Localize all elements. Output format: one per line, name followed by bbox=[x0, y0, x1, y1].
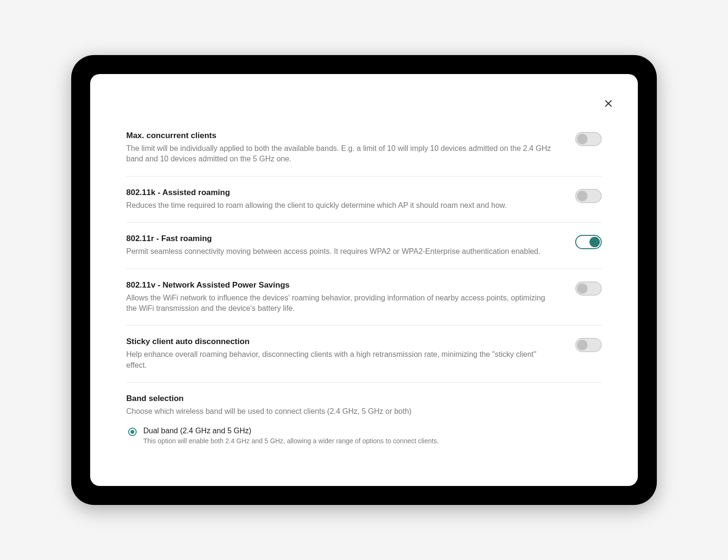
toggle-sticky-client[interactable] bbox=[575, 338, 602, 352]
setting-description: Permit seamless connectivity moving betw… bbox=[126, 246, 556, 257]
toggle-knob bbox=[577, 283, 588, 294]
setting-max-concurrent-clients: Max. concurrent clients The limit will b… bbox=[126, 103, 602, 177]
setting-text: Max. concurrent clients The limit will b… bbox=[126, 131, 575, 165]
setting-text: Sticky client auto disconnection Help en… bbox=[126, 337, 575, 371]
setting-description: Allows the WiFi network to influence the… bbox=[126, 293, 556, 314]
setting-text: 802.11r - Fast roaming Permit seamless c… bbox=[126, 234, 575, 257]
setting-title: Max. concurrent clients bbox=[126, 131, 556, 140]
toggle-80211v[interactable] bbox=[575, 281, 602, 296]
toggle-knob bbox=[577, 191, 588, 201]
toggle-knob bbox=[577, 340, 588, 350]
radio-label: Dual band (2.4 GHz and 5 GHz) bbox=[143, 427, 602, 435]
radio-description: This option will enable both 2.4 GHz and… bbox=[143, 437, 602, 445]
band-selection-title: Band selection bbox=[126, 394, 602, 403]
toggle-80211k[interactable] bbox=[575, 189, 602, 203]
setting-description: Help enhance overall roaming behavior, d… bbox=[126, 349, 556, 371]
setting-sticky-client: Sticky client auto disconnection Help en… bbox=[126, 326, 602, 383]
toggle-knob bbox=[589, 237, 600, 247]
setting-text: 802.11v - Network Assisted Power Savings… bbox=[126, 280, 575, 314]
tablet-screen: Max. concurrent clients The limit will b… bbox=[90, 74, 638, 486]
radio-dot bbox=[131, 430, 134, 434]
radio-text: Dual band (2.4 GHz and 5 GHz) This optio… bbox=[143, 427, 602, 445]
setting-80211r: 802.11r - Fast roaming Permit seamless c… bbox=[126, 223, 602, 269]
setting-80211v: 802.11v - Network Assisted Power Savings… bbox=[126, 269, 602, 326]
toggle-max-concurrent-clients[interactable] bbox=[575, 132, 602, 146]
setting-description: Reduces the time required to roam allowi… bbox=[126, 200, 556, 211]
setting-80211k: 802.11k - Assisted roaming Reduces the t… bbox=[126, 177, 602, 223]
settings-modal: Max. concurrent clients The limit will b… bbox=[90, 74, 638, 486]
setting-description: The limit will be individually applied t… bbox=[126, 143, 556, 165]
close-icon bbox=[604, 99, 613, 108]
toggle-80211r[interactable] bbox=[575, 235, 602, 249]
setting-text: 802.11k - Assisted roaming Reduces the t… bbox=[126, 188, 575, 211]
radio-circle bbox=[128, 428, 137, 436]
tablet-frame: Max. concurrent clients The limit will b… bbox=[71, 55, 657, 505]
close-button[interactable] bbox=[602, 97, 615, 110]
setting-title: 802.11k - Assisted roaming bbox=[126, 188, 556, 197]
band-selection-section: Band selection Choose which wireless ban… bbox=[126, 383, 602, 444]
band-selection-description: Choose which wireless band will be used … bbox=[126, 406, 602, 417]
setting-title: 802.11v - Network Assisted Power Savings bbox=[126, 280, 556, 290]
toggle-knob bbox=[577, 134, 588, 144]
setting-title: Sticky client auto disconnection bbox=[126, 337, 556, 346]
radio-option-dual-band[interactable]: Dual band (2.4 GHz and 5 GHz) This optio… bbox=[128, 427, 602, 445]
setting-title: 802.11r - Fast roaming bbox=[126, 234, 556, 243]
